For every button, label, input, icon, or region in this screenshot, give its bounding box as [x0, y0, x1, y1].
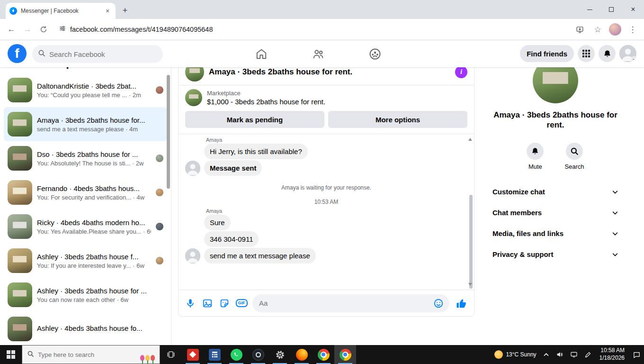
conversation-item[interactable]: DaltonandKristie · 3beds 2bat... You: “C… [4, 73, 167, 107]
back-button[interactable]: ← [5, 23, 18, 36]
facebook-search-input[interactable] [49, 50, 144, 58]
taskbar-app-calculator[interactable] [204, 345, 225, 364]
facebook-header-actions: Find friends ▾ [520, 45, 636, 62]
browser-profile-avatar[interactable] [609, 23, 621, 36]
conversation-scrollbar-thumb[interactable] [167, 75, 170, 189]
bookmark-star-icon[interactable]: ☆ [591, 23, 604, 36]
chevron-down-icon [612, 251, 618, 258]
clock-time: 10:58 AM [600, 347, 625, 355]
sticker-icon[interactable] [218, 297, 231, 309]
message-bubble: Message sent [204, 160, 262, 176]
conversation-item[interactable]: Ricky · 4beds 4baths modern ho... You: Y… [4, 209, 167, 244]
conversation-item[interactable]: Ashley · 3beds 2baths house f... You: If… [4, 244, 167, 278]
more-options-button[interactable]: More options [328, 111, 467, 128]
gif-icon[interactable]: GIF [235, 297, 248, 309]
thumbs-up-icon[interactable] [454, 296, 468, 310]
browser-menu-icon[interactable]: ⋮ [626, 23, 639, 36]
section-chat-members[interactable]: Chat members [489, 202, 622, 223]
taskbar-app-red[interactable] [182, 345, 204, 364]
window-minimize-button[interactable] [579, 0, 600, 19]
browser-tab[interactable]: Messenger | Facebook × [6, 3, 116, 19]
message-input[interactable] [259, 299, 429, 307]
message-composer: GIF [179, 290, 474, 316]
search-action[interactable]: Search [564, 143, 584, 170]
pen-button[interactable] [581, 345, 595, 364]
tab-close-icon[interactable]: × [103, 7, 112, 15]
site-info-icon[interactable] [59, 25, 66, 34]
taskbar-app-whatsapp[interactable] [225, 345, 247, 364]
install-app-icon[interactable] [573, 23, 586, 36]
conversation-item[interactable]: Fernando · 4beds 3baths hous... You: For… [4, 175, 167, 209]
search-icon [38, 49, 45, 59]
message-input-pill[interactable] [252, 294, 449, 312]
message-list: Amaya Hi Jerry, is this still available?… [179, 134, 474, 290]
windows-taskbar: 13°C Sunny 10:58 AM [0, 345, 644, 364]
facebook-search[interactable] [32, 45, 163, 63]
mark-as-pending-button[interactable]: Mark as pending [185, 111, 324, 128]
new-tab-button[interactable]: + [118, 4, 132, 17]
taskbar-app-chrome[interactable] [313, 345, 334, 364]
section-privacy-support[interactable]: Privacy & support [489, 244, 622, 265]
conversation-item[interactable]: Ashley · 3beds 2baths house for ... You … [4, 278, 167, 312]
start-button[interactable] [0, 345, 22, 364]
calculator-icon [209, 349, 221, 361]
mute-bell-icon[interactable] [527, 143, 544, 160]
chevron-up-icon [543, 352, 549, 358]
message-bubble: 346 304-0911 [204, 231, 259, 247]
url-input[interactable] [70, 26, 564, 33]
search-magnifier-icon[interactable] [566, 143, 583, 160]
mute-action[interactable]: Mute [527, 143, 544, 170]
friends-icon[interactable] [310, 46, 327, 62]
chat-scroll-up-arrow[interactable] [468, 138, 472, 141]
taskbar-search-input[interactable] [38, 351, 136, 358]
attach-photo-icon[interactable] [201, 297, 214, 309]
voice-clip-icon[interactable] [184, 297, 197, 309]
taskbar-app-dark[interactable] [247, 345, 269, 364]
conversation-preview: You: For security and verification... · … [37, 194, 151, 201]
conversation-item[interactable]: Dso · 3beds 2baths house for ... You: Ab… [4, 141, 167, 175]
seen-indicator-avatar [156, 86, 163, 94]
window-close-button[interactable]: × [622, 0, 644, 19]
conversation-info-icon[interactable]: i [455, 66, 467, 78]
notification-icon [633, 351, 641, 359]
taskbar-search[interactable] [22, 345, 160, 364]
tray-overflow-button[interactable] [540, 345, 553, 364]
action-center-button[interactable] [629, 345, 644, 364]
apps-menu-button[interactable] [578, 45, 595, 62]
tab-title: Messenger | Facebook [21, 8, 99, 14]
find-friends-button[interactable]: Find friends [520, 45, 574, 62]
conversation-item-selected[interactable]: Amaya · 3beds 2baths house for... send m… [4, 107, 167, 141]
home-icon[interactable] [253, 46, 270, 62]
section-customize-chat[interactable]: Customize chat [489, 182, 622, 202]
groups-icon[interactable] [367, 46, 384, 62]
search-highlight-tulips-icon[interactable] [140, 348, 155, 361]
account-avatar[interactable]: ▾ [619, 45, 636, 62]
volume-button[interactable] [553, 345, 567, 364]
chevron-down-icon [612, 189, 618, 195]
forward-button[interactable]: → [21, 23, 34, 36]
dark-app-icon [252, 349, 264, 361]
speaker-icon [556, 351, 564, 358]
task-view-button[interactable] [160, 345, 182, 364]
taskbar-app-chrome-active[interactable] [334, 345, 356, 364]
conversation-item[interactable]: Ashley · 4beds 3baths house fo... [4, 312, 167, 345]
taskbar-app-settings[interactable] [269, 345, 291, 364]
window-maximize-button[interactable] [600, 0, 622, 19]
conversation-list-panel: ← Marketplace DaltonandKristie · 3beds 2… [0, 48, 171, 345]
chat-scroll-down-arrow[interactable] [468, 283, 472, 286]
taskbar-clock[interactable]: 10:58 AM 1/18/2026 [595, 345, 629, 364]
facebook-logo[interactable]: f [8, 44, 27, 63]
conversation-preview: You: “Could you please tell me ... · 2m [37, 91, 151, 99]
emoji-icon[interactable] [432, 297, 445, 309]
details-sections: Customize chat Chat members Media, files… [481, 182, 630, 265]
section-media-files-links[interactable]: Media, files and links [489, 223, 622, 244]
chat-scrollbar-thumb[interactable] [469, 195, 473, 289]
reload-button[interactable] [37, 23, 50, 36]
weather-widget[interactable]: 13°C Sunny [491, 345, 539, 364]
waiting-status-text: Amaya is waiting for your response. [185, 184, 467, 191]
taskbar-app-firefox[interactable] [291, 345, 313, 364]
url-box[interactable] [53, 22, 570, 37]
listing-thumbnail [8, 180, 32, 205]
network-display-button[interactable] [567, 345, 581, 364]
notifications-button[interactable] [599, 45, 616, 62]
